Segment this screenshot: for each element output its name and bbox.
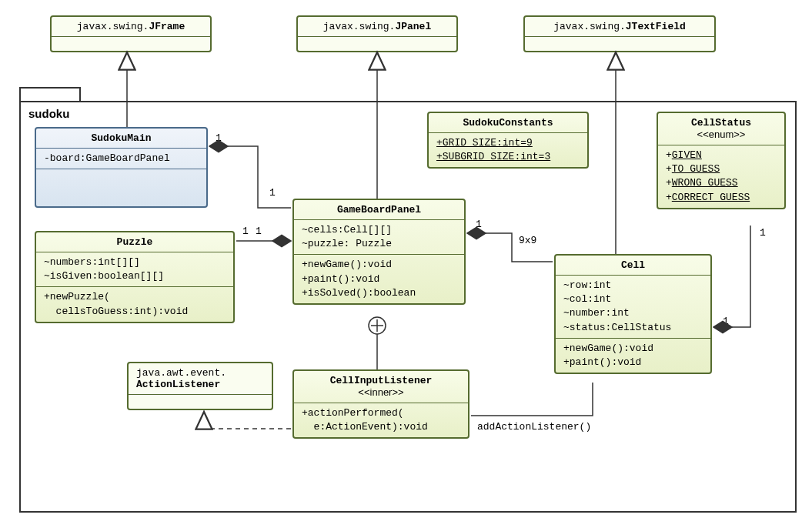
gameboardpanel-name: GameBoardPanel <box>337 204 421 216</box>
class-puzzle: Puzzle ~numbers:int[][] ~isGiven:boolean… <box>35 231 235 323</box>
class-sudokuconstants: SudokuConstants +GRID_SIZE:int=9 +SUBGRI… <box>427 112 589 169</box>
mult-gbp-puz-1b: 1 <box>254 226 263 237</box>
class-actionlistener: java.awt.event. ActionListener <box>127 362 273 410</box>
mult-sm-gbp-1a: 1 <box>214 132 223 144</box>
cellstatus-val-0: GIVEN <box>672 149 702 161</box>
jpanel-pkg: javax.swing. <box>323 21 396 32</box>
assoc-addactionlistener: addActionListener() <box>477 421 591 433</box>
jframe-cls: JFrame <box>149 21 185 32</box>
puzzle-attr-1: ~isGiven:boolean[][] <box>44 269 226 283</box>
cell-attr-1: ~col:int <box>563 292 703 306</box>
jtextfield-cls: JTextField <box>626 21 686 32</box>
class-jtextfield: javax.swing.JTextField <box>523 15 716 52</box>
mult-gbp-puz-1a: 1 <box>241 226 250 237</box>
package-tab <box>19 87 81 102</box>
mult-gbp-cell-1: 1 <box>474 219 483 230</box>
package-name: sudoku <box>28 107 69 120</box>
sudokumain-attr-0: -board:GameBoardPanel <box>44 152 199 165</box>
cellstatus-stereo: <<enum>> <box>697 129 746 140</box>
actionlistener-pkg: java.awt.event. <box>136 367 226 379</box>
cell-attr-0: ~row:int <box>563 279 703 292</box>
gameboardpanel-op-0: +newGame():void <box>302 258 456 272</box>
gameboardpanel-attr-1: ~puzzle: Puzzle <box>302 237 456 251</box>
class-jpanel: javax.swing.JPanel <box>296 15 458 52</box>
class-sudokumain: SudokuMain -board:GameBoardPanel <box>35 127 208 208</box>
cell-attr-3: ~status:CellStatus <box>563 321 703 335</box>
cell-op-0: +newGame():void <box>563 342 703 356</box>
cell-attr-2: ~number:int <box>563 306 703 320</box>
cellinputlistener-name: CellInputListener <box>330 375 433 386</box>
puzzle-op-0: +newPuzzle( cellsToGuess:int):void <box>44 290 226 318</box>
cellstatus-val-3: CORRECT_GUESS <box>672 192 750 203</box>
class-cell: Cell ~row:int ~col:int ~number:int ~stat… <box>554 254 712 374</box>
mult-cell-status-1b: 1 <box>758 227 767 239</box>
sudokuconstants-attr-0: +GRID_SIZE:int=9 <box>436 136 580 150</box>
gameboardpanel-attr-0: ~cells:Cell[][] <box>302 223 456 237</box>
cell-op-1: +paint():void <box>563 356 703 369</box>
class-jframe: javax.swing.JFrame <box>50 15 212 52</box>
gameboardpanel-op-2: +isSolved():boolean <box>302 286 456 300</box>
class-gameboardpanel: GameBoardPanel ~cells:Cell[][] ~puzzle: … <box>292 199 466 305</box>
cellstatus-val-2: WRONG_GUESS <box>672 177 738 189</box>
jtextfield-pkg: javax.swing. <box>553 21 626 32</box>
mult-gbp-cell-9x9: 9x9 <box>517 235 538 246</box>
mult-sm-gbp-1b: 1 <box>268 187 277 199</box>
class-cellstatus: CellStatus <<enum>> +GIVEN +TO_GUESS +WR… <box>657 112 786 209</box>
sudokuconstants-attr-1: +SUBGRID_SIZE:int=3 <box>436 150 580 164</box>
cellstatus-name: CellStatus <box>691 117 751 129</box>
cell-name: Cell <box>621 259 645 271</box>
sudokuconstants-name: SudokuConstants <box>463 117 553 129</box>
gameboardpanel-op-1: +paint():void <box>302 272 456 286</box>
jframe-pkg: javax.swing. <box>77 21 149 32</box>
jpanel-cls: JPanel <box>395 21 431 32</box>
cellinputlistener-op-0: +actionPerformed( e:ActionEvent):void <box>302 406 460 434</box>
cellstatus-val-1: TO_GUESS <box>672 163 720 175</box>
cellinputlistener-stereo: <<inner>> <box>358 386 403 398</box>
class-cellinputlistener: CellInputListener <<inner>> +actionPerfo… <box>292 369 469 439</box>
puzzle-name: Puzzle <box>117 236 153 248</box>
actionlistener-cls: ActionListener <box>136 379 220 390</box>
sudokumain-name: SudokuMain <box>91 132 151 144</box>
puzzle-attr-0: ~numbers:int[][] <box>44 256 226 269</box>
mult-cell-status-1a: 1 <box>721 316 730 327</box>
